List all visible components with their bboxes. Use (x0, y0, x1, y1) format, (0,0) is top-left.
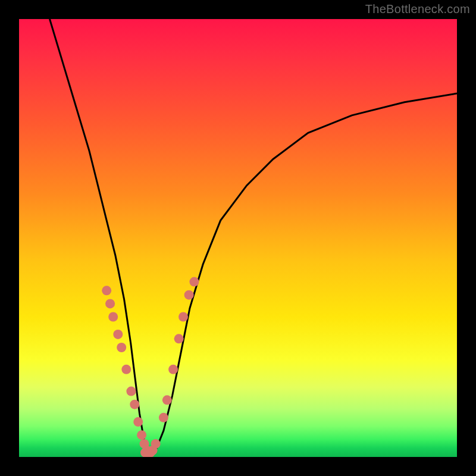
data-dot (174, 334, 184, 343)
data-dot (102, 286, 111, 295)
data-dot (162, 395, 172, 405)
data-dot (159, 413, 168, 422)
data-dot (121, 365, 131, 374)
data-dot (133, 417, 143, 427)
data-dot (117, 343, 126, 352)
chart-frame: TheBottleneck.com (0, 0, 476, 476)
plot-area (19, 19, 457, 457)
data-dot (126, 387, 136, 396)
data-dot (189, 277, 199, 287)
data-dot (146, 448, 155, 457)
bottleneck-curve (50, 19, 458, 453)
data-dots (102, 277, 199, 457)
data-dot (178, 312, 188, 322)
data-dot (130, 400, 139, 409)
data-dot (105, 299, 115, 308)
data-dot (184, 290, 194, 300)
data-dot (113, 330, 123, 339)
data-dot (168, 365, 178, 374)
curve-layer (19, 19, 457, 457)
data-dot (108, 312, 118, 322)
data-dot (151, 439, 161, 449)
data-dot (137, 430, 146, 440)
watermark-text: TheBottleneck.com (365, 2, 470, 16)
